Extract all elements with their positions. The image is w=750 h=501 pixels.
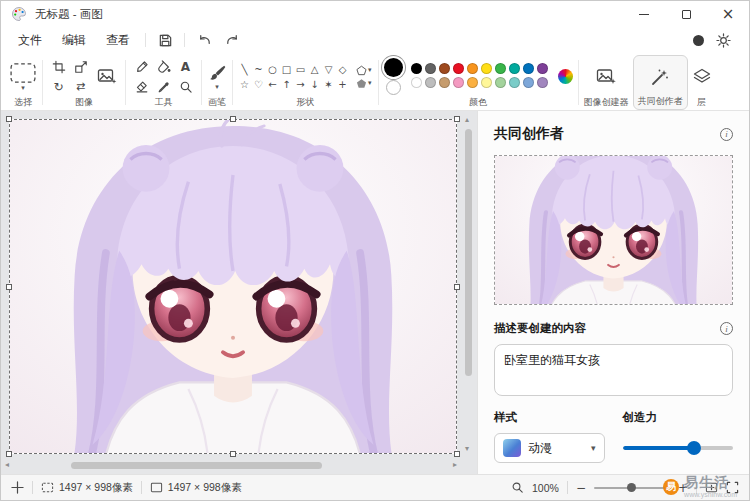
color-swatch[interactable] <box>411 63 422 74</box>
canvas[interactable] <box>9 119 457 454</box>
layers-button[interactable]: 层 <box>688 55 716 110</box>
shape-outline-button[interactable]: ▾ <box>355 65 373 76</box>
vertical-scrollbar-thumb[interactable] <box>465 129 472 376</box>
zoom-in-button[interactable]: + <box>678 482 688 494</box>
selection-handle[interactable] <box>6 116 12 122</box>
creativity-slider[interactable] <box>623 433 734 463</box>
shape-line[interactable]: ╲ <box>238 62 251 76</box>
shape-heart[interactable]: ♡ <box>252 77 265 91</box>
pencil-tool-button[interactable] <box>131 57 152 76</box>
close-button[interactable]: × <box>707 1 749 27</box>
scroll-left-icon[interactable]: ◂ <box>5 460 9 470</box>
scroll-down-icon[interactable]: ▾ <box>465 444 469 454</box>
info-icon[interactable]: i <box>720 322 733 335</box>
settings-gear-icon[interactable] <box>716 33 731 48</box>
selection-handle[interactable] <box>230 451 236 457</box>
fill-tool-button[interactable] <box>153 57 174 76</box>
undo-button[interactable] <box>191 29 217 51</box>
shape-six-star[interactable]: ✶ <box>322 77 335 91</box>
horizontal-scrollbar-thumb[interactable] <box>71 462 322 469</box>
shape-star[interactable]: ☆ <box>238 77 251 91</box>
menu-file[interactable]: 文件 <box>9 29 51 52</box>
brushes-button[interactable]: ▾ <box>207 63 227 90</box>
zoom-slider[interactable] <box>594 481 670 495</box>
minimize-button[interactable] <box>623 1 665 27</box>
color-swatch[interactable] <box>495 63 506 74</box>
eraser-tool-button[interactable] <box>131 77 152 96</box>
shape-arrow-down[interactable]: ↓ <box>308 77 321 91</box>
color-swatch[interactable] <box>523 77 534 88</box>
selection-handle[interactable] <box>6 451 12 457</box>
prompt-input[interactable]: 卧室里的猫耳女孩 <box>494 344 733 396</box>
fit-to-window-icon[interactable] <box>705 481 718 494</box>
color-swatch[interactable] <box>537 63 548 74</box>
creativity-slider-track[interactable] <box>623 446 734 450</box>
color-swatch[interactable] <box>481 77 492 88</box>
shape-arrow-left[interactable]: ← <box>266 77 279 91</box>
fullscreen-icon[interactable] <box>726 481 739 494</box>
color-swatch[interactable] <box>453 63 464 74</box>
color-swatch[interactable] <box>467 77 478 88</box>
save-button[interactable] <box>152 29 178 51</box>
style-select[interactable]: 动漫 ▾ <box>494 433 605 463</box>
shape-arrow-right[interactable]: → <box>294 77 307 91</box>
zoom-level[interactable]: 100% <box>532 482 559 494</box>
color-swatch[interactable] <box>509 77 520 88</box>
color2-swatch[interactable] <box>386 80 401 95</box>
shape-oval[interactable]: ○ <box>266 62 279 76</box>
menu-view[interactable]: 查看 <box>97 29 139 52</box>
magnifier-tool-button[interactable] <box>175 77 196 96</box>
rotate-button[interactable]: ↻ <box>48 77 69 96</box>
info-icon[interactable]: i <box>720 128 733 141</box>
shape-rectangle[interactable]: □ <box>280 62 293 76</box>
color-swatch[interactable] <box>523 63 534 74</box>
shape-curve[interactable]: ~ <box>252 62 265 76</box>
selection-handle[interactable] <box>6 284 12 290</box>
select-tool-button[interactable]: ▾ <box>9 62 37 91</box>
color-swatch[interactable] <box>495 77 506 88</box>
color-swatch[interactable] <box>481 63 492 74</box>
shape-triangle[interactable]: △ <box>308 62 321 76</box>
color-swatch[interactable] <box>425 77 436 88</box>
color-swatch[interactable] <box>467 63 478 74</box>
edit-colors-button[interactable] <box>558 69 573 84</box>
redo-button[interactable] <box>219 29 245 51</box>
horizontal-scrollbar[interactable]: ◂ ▸ <box>3 459 459 472</box>
shape-cross[interactable]: + <box>336 77 349 91</box>
shape-triangle-down[interactable]: ▽ <box>322 62 335 76</box>
cocreator-button[interactable]: 共同创作者 <box>633 55 688 110</box>
color-swatch[interactable] <box>411 77 422 88</box>
color1-swatch[interactable] <box>384 58 403 77</box>
menu-edit[interactable]: 编辑 <box>53 29 95 52</box>
shape-fill-button[interactable]: ▾ <box>355 78 373 89</box>
separator <box>578 60 579 105</box>
text-tool-button[interactable]: A <box>175 57 196 76</box>
remove-background-button[interactable] <box>94 64 120 90</box>
scroll-up-icon[interactable]: ▴ <box>465 115 469 125</box>
color-picker-tool-button[interactable] <box>153 77 174 96</box>
shape-rounded-rectangle[interactable]: ▭ <box>294 62 307 76</box>
color-swatch[interactable] <box>537 77 548 88</box>
color-swatch[interactable] <box>439 63 450 74</box>
color-swatch[interactable] <box>509 63 520 74</box>
creativity-slider-thumb[interactable] <box>687 441 701 455</box>
selection-handle[interactable] <box>454 284 460 290</box>
shape-diamond[interactable]: ◇ <box>336 62 349 76</box>
maximize-button[interactable] <box>665 1 707 27</box>
theme-icon[interactable] <box>693 35 704 46</box>
image-creator-button[interactable]: 图像创建器 <box>580 55 633 110</box>
resize-button[interactable] <box>70 57 91 76</box>
color-swatch[interactable] <box>453 77 464 88</box>
selection-handle[interactable] <box>454 451 460 457</box>
shape-arrow-up[interactable]: ↑ <box>280 77 293 91</box>
zoom-out-button[interactable]: − <box>576 482 586 494</box>
color-swatch[interactable] <box>425 63 436 74</box>
vertical-scrollbar[interactable]: ▴ ▾ <box>462 113 475 456</box>
scroll-right-icon[interactable]: ▸ <box>453 460 457 470</box>
selection-handle[interactable] <box>454 116 460 122</box>
color-swatch[interactable] <box>439 77 450 88</box>
selection-handle[interactable] <box>230 116 236 122</box>
flip-button[interactable]: ⇄ <box>70 77 91 96</box>
zoom-slider-thumb[interactable] <box>627 483 636 492</box>
crop-button[interactable] <box>48 57 69 76</box>
